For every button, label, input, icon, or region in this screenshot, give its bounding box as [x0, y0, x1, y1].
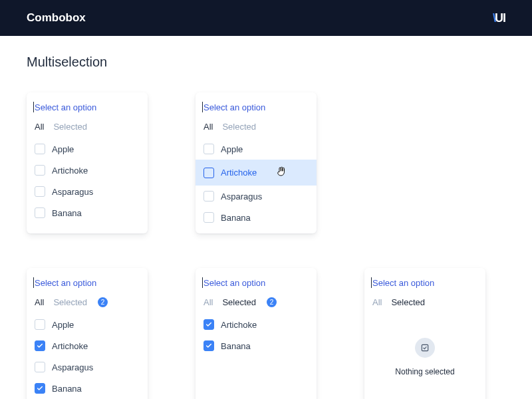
checkbox-icon: [203, 168, 214, 178]
combobox-input[interactable]: Select an option: [27, 92, 148, 119]
checkbox-icon: [35, 207, 45, 218]
pointer-cursor-icon: [275, 165, 287, 180]
combobox-placeholder: Select an option: [203, 278, 265, 288]
section-title: Multiselection: [27, 55, 505, 70]
app-header: Combobox \ UI: [0, 0, 532, 36]
options-list: AppleArtichokeAsparagusBanana: [27, 314, 148, 399]
checkbox-icon: [203, 340, 214, 351]
option-label: Asparagus: [221, 192, 262, 201]
checkbox-icon: [35, 165, 45, 176]
combobox-panel: Select an optionAllSelectedAppleArtichok…: [27, 92, 148, 233]
checkbox-icon: [35, 186, 45, 197]
option-label: Artichoke: [52, 341, 88, 351]
option-item[interactable]: Artichoke: [196, 160, 317, 186]
panels-grid: Select an optionAllSelectedAppleArtichok…: [27, 92, 505, 399]
logo-text: UI: [495, 11, 505, 25]
tab-selected[interactable]: Selected: [53, 297, 87, 307]
combobox-input[interactable]: Select an option: [196, 268, 317, 295]
text-cursor-icon: [202, 277, 203, 288]
checkbox-icon: [203, 191, 214, 201]
option-item[interactable]: Apple: [27, 138, 148, 160]
empty-text: Nothing selected: [395, 367, 454, 376]
option-item[interactable]: Asparagus: [196, 186, 317, 207]
combobox-placeholder: Select an option: [35, 102, 96, 112]
combobox-input[interactable]: Select an option: [196, 92, 317, 119]
tab-selected[interactable]: Selected: [391, 297, 425, 307]
tab-selected[interactable]: Selected: [53, 122, 87, 132]
option-label: Asparagus: [52, 187, 93, 197]
option-item[interactable]: Banana: [196, 207, 317, 228]
option-item[interactable]: Banana: [27, 378, 148, 399]
tab-selected[interactable]: Selected: [222, 122, 256, 132]
text-cursor-icon: [33, 102, 34, 112]
combobox-placeholder: Select an option: [203, 102, 265, 112]
option-label: Artichoke: [221, 168, 257, 178]
combobox-panel: Select an optionAllSelectedNothing selec…: [364, 268, 485, 399]
option-item[interactable]: Apple: [196, 138, 317, 160]
tab-all[interactable]: All: [372, 297, 382, 307]
checkbox-icon: [35, 383, 45, 394]
filter-tabs: AllSelected: [364, 295, 485, 314]
option-item[interactable]: Artichoke: [196, 314, 317, 335]
header-title: Combobox: [27, 11, 86, 25]
option-label: Apple: [52, 320, 74, 330]
logo: \ UI: [493, 11, 505, 25]
tab-all[interactable]: All: [203, 122, 213, 132]
option-item[interactable]: Banana: [27, 202, 148, 223]
empty-state: Nothing selected: [364, 314, 485, 387]
option-label: Banana: [221, 341, 251, 351]
option-label: Banana: [52, 384, 82, 394]
checkbox-icon: [203, 319, 214, 330]
checkbox-icon: [35, 340, 45, 351]
option-label: Apple: [221, 144, 243, 154]
option-item[interactable]: Banana: [196, 335, 317, 356]
option-item[interactable]: Asparagus: [27, 356, 148, 378]
combobox-panel: Select an optionAllSelected2AppleArticho…: [27, 268, 148, 399]
combobox-placeholder: Select an option: [372, 278, 434, 288]
option-label: Banana: [52, 208, 82, 218]
combobox-panel: Select an optionAllSelectedAppleArtichok…: [196, 92, 317, 233]
option-item[interactable]: Apple: [27, 314, 148, 335]
option-item[interactable]: Asparagus: [27, 181, 148, 202]
filter-tabs: AllSelected2: [196, 295, 317, 314]
option-item[interactable]: Artichoke: [27, 335, 148, 356]
checkbox-empty-icon: [415, 338, 435, 358]
grid-spacer: [364, 92, 485, 233]
filter-tabs: AllSelected: [27, 119, 148, 138]
tab-all[interactable]: All: [35, 297, 44, 307]
svg-rect-0: [422, 344, 428, 350]
text-cursor-icon: [371, 277, 372, 288]
option-label: Artichoke: [52, 166, 88, 176]
options-list: ArtichokeBanana: [196, 314, 317, 362]
tab-all[interactable]: All: [35, 122, 44, 132]
tab-selected[interactable]: Selected: [222, 297, 256, 307]
checkbox-icon: [35, 144, 45, 154]
combobox-input[interactable]: Select an option: [27, 268, 148, 295]
option-label: Apple: [52, 144, 74, 154]
filter-tabs: AllSelected: [196, 119, 317, 138]
text-cursor-icon: [202, 102, 203, 112]
combobox-input[interactable]: Select an option: [364, 268, 485, 295]
checkbox-icon: [35, 319, 45, 330]
selected-count-badge: 2: [98, 297, 108, 307]
option-label: Artichoke: [221, 320, 257, 330]
checkbox-icon: [203, 144, 214, 154]
option-item[interactable]: Artichoke: [27, 160, 148, 181]
options-list: AppleArtichokeAsparagusBanana: [196, 138, 317, 233]
checkbox-icon: [35, 362, 45, 372]
text-cursor-icon: [33, 277, 34, 288]
combobox-placeholder: Select an option: [35, 278, 96, 288]
option-label: Asparagus: [52, 362, 93, 372]
filter-tabs: AllSelected2: [27, 295, 148, 314]
content: Multiselection Select an optionAllSelect…: [0, 36, 532, 399]
selected-count-badge: 2: [267, 297, 277, 307]
option-label: Banana: [221, 213, 251, 223]
checkbox-icon: [203, 212, 214, 223]
combobox-panel: Select an optionAllSelected2ArtichokeBan…: [196, 268, 317, 399]
tab-all[interactable]: All: [203, 297, 213, 307]
options-list: AppleArtichokeAsparagusBanana: [27, 138, 148, 229]
